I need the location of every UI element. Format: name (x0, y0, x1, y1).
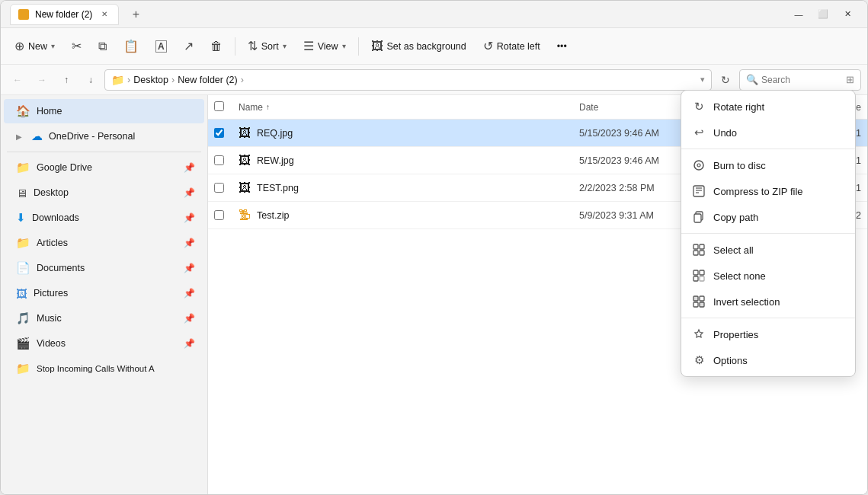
burn-disc-icon (692, 158, 706, 172)
rename-icon: A (155, 40, 167, 53)
cut-button[interactable]: ✂ (64, 33, 89, 60)
down-button[interactable]: ↓ (80, 69, 101, 91)
background-label: Set as background (387, 41, 466, 52)
svg-point-0 (694, 161, 703, 170)
rew-name-cell: 🖼 REW.jpg (239, 154, 579, 168)
ctx-copy-path[interactable]: Copy path (681, 204, 855, 230)
test-png-name-cell: 🖼 TEST.png (239, 181, 579, 195)
delete-button[interactable]: 🗑 (203, 33, 230, 60)
new-dropdown-arrow: ▾ (51, 42, 55, 50)
paste-icon: 📋 (123, 39, 139, 53)
ctx-options[interactable]: ⚙ Options (681, 347, 855, 373)
test-png-checkbox[interactable] (214, 183, 224, 193)
minimize-button[interactable]: — (788, 4, 809, 25)
svg-rect-11 (700, 251, 704, 255)
window-controls: — ⬜ ✕ (788, 4, 858, 25)
home-icon: 🏠 (16, 104, 30, 118)
ctx-invert-selection[interactable]: Invert selection (681, 289, 855, 315)
ctx-properties[interactable]: Properties (681, 321, 855, 347)
ctx-copy-path-label: Copy path (713, 212, 758, 223)
search-input[interactable] (761, 75, 843, 85)
up-button[interactable]: ↑ (56, 69, 77, 91)
sidebar-item-articles[interactable]: 📁 Articles 📌 (4, 231, 204, 255)
forward-button[interactable]: → (31, 69, 53, 91)
downloads-pin-icon: 📌 (184, 212, 195, 223)
sidebar-item-videos[interactable]: 🎬 Videos 📌 (4, 331, 204, 356)
delete-icon: 🗑 (210, 40, 223, 53)
undo-icon: ↩ (692, 126, 706, 139)
select-all-checkbox[interactable] (214, 101, 224, 111)
svg-rect-13 (700, 270, 704, 275)
ctx-invert-selection-label: Invert selection (713, 296, 780, 308)
svg-rect-18 (693, 302, 698, 307)
select-all-icon (692, 243, 706, 257)
address-path[interactable]: 📁 › Desktop › New folder (2) › ▾ (104, 69, 712, 91)
view-button[interactable]: ☰ View ▾ (296, 33, 354, 60)
svg-rect-7 (694, 214, 701, 222)
back-button[interactable]: ← (7, 69, 28, 91)
sidebar-item-stop-incoming[interactable]: 📁 Stop Incoming Calls Without A (4, 356, 204, 381)
maximize-button[interactable]: ⬜ (812, 4, 834, 25)
req-checkbox[interactable] (214, 128, 224, 138)
header-checkbox-col (214, 101, 239, 113)
ctx-undo[interactable]: ↩ Undo (681, 120, 855, 145)
copy-button[interactable]: ⧉ (91, 33, 114, 60)
share-button[interactable]: ↗ (176, 33, 201, 60)
close-button[interactable]: ✕ (837, 4, 858, 25)
sort-icon: ⇅ (248, 39, 258, 53)
rew-file-icon: 🖼 (239, 154, 251, 168)
title-bar: New folder (2) ✕ + — ⬜ ✕ (1, 1, 867, 28)
test-zip-name-cell: 🗜 Test.zip (239, 209, 579, 222)
path-dropdown-arrow[interactable]: ▾ (700, 75, 705, 85)
path-desktop: Desktop (133, 75, 168, 85)
header-date-label: Date (579, 102, 598, 113)
sidebar-item-music[interactable]: 🎵 Music 📌 (4, 306, 204, 331)
test-zip-checkbox[interactable] (214, 210, 224, 220)
test-png-date: 2/2/2023 2:58 PM (579, 183, 693, 193)
ctx-rotate-right[interactable]: ↻ Rotate right (681, 94, 855, 120)
view-label: View (318, 41, 338, 52)
path-folder: New folder (2) (178, 75, 238, 85)
sidebar-item-onedrive[interactable]: ▶ ☁ OneDrive - Personal (4, 124, 204, 148)
sidebar-item-downloads[interactable]: ⬇ Downloads 📌 (4, 206, 204, 230)
set-background-button[interactable]: 🖼 Set as background (364, 33, 474, 60)
tab-title: New folder (2) (35, 9, 92, 20)
sidebar-item-google-drive[interactable]: 📁 Google Drive 📌 (4, 155, 204, 180)
sidebar-item-pictures[interactable]: 🖼 Pictures 📌 (4, 281, 204, 305)
ctx-select-all[interactable]: Select all (681, 237, 855, 263)
search-expand-icon: ⊞ (846, 74, 854, 85)
new-button[interactable]: ⊕ New ▾ (7, 33, 62, 60)
header-date-col[interactable]: Date (579, 102, 693, 113)
tab-close-button[interactable]: ✕ (98, 8, 111, 21)
test-zip-date: 5/9/2023 9:31 AM (579, 210, 693, 221)
more-button[interactable]: ••• (549, 33, 575, 60)
rew-date: 5/15/2023 9:46 AM (579, 155, 693, 166)
sidebar-item-desktop[interactable]: 🖥 Desktop 📌 (4, 180, 204, 205)
ctx-burn-disc[interactable]: Burn to disc (681, 152, 855, 178)
new-tab-button[interactable]: + (125, 4, 146, 25)
header-name-col[interactable]: Name ↑ (239, 102, 579, 113)
rew-checkbox[interactable] (214, 155, 224, 165)
sidebar-item-home[interactable]: 🏠 Home (4, 99, 204, 123)
pictures-pin-icon: 📌 (184, 288, 195, 299)
videos-pin-icon: 📌 (184, 338, 195, 349)
sidebar-label-articles: Articles (37, 238, 178, 248)
sort-dropdown-arrow: ▾ (283, 42, 287, 50)
options-icon: ⚙ (692, 353, 706, 367)
refresh-button[interactable]: ↻ (715, 69, 736, 91)
paste-button[interactable]: 📋 (116, 33, 146, 60)
rew-filename: REW.jpg (257, 155, 294, 166)
rename-button[interactable]: A (148, 33, 175, 60)
ctx-compress-zip[interactable]: Compress to ZIP file (681, 178, 855, 204)
google-drive-pin-icon: 📌 (184, 162, 195, 173)
ctx-select-none[interactable]: Select none (681, 263, 855, 289)
rotate-left-button[interactable]: ↺ Rotate left (476, 33, 548, 60)
ctx-sep-2 (681, 233, 855, 234)
tab-active[interactable]: New folder (2) ✕ (10, 4, 119, 25)
sort-button[interactable]: ⇅ Sort ▾ (240, 33, 294, 60)
sidebar-item-documents[interactable]: 📄 Documents 📌 (4, 256, 204, 280)
path-sep-1: › (127, 75, 130, 85)
ctx-select-none-label: Select none (713, 270, 766, 282)
rotate-left-icon: ↺ (483, 39, 493, 53)
sidebar-label-stop-incoming: Stop Incoming Calls Without A (37, 364, 195, 373)
